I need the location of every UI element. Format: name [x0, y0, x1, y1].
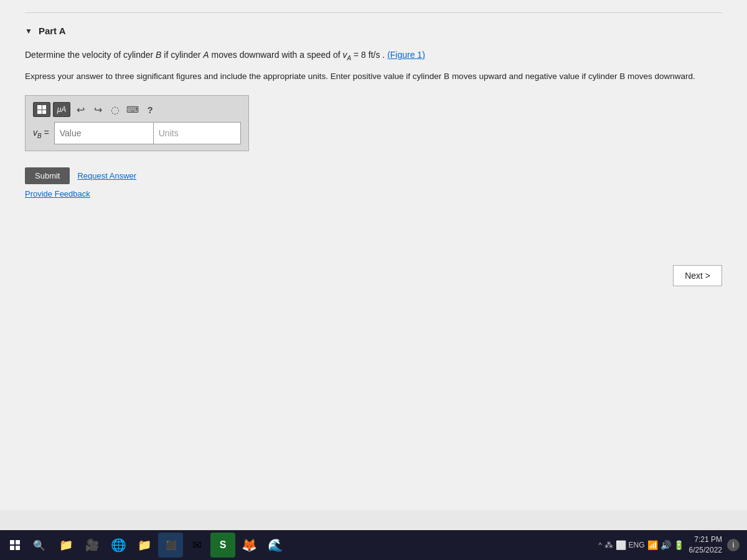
- taskbar-app-explorer[interactable]: 📁: [54, 533, 78, 558]
- provide-feedback-button[interactable]: Provide Feedback: [25, 189, 90, 198]
- system-tray-expand[interactable]: ^: [598, 541, 601, 549]
- toolbar: μA ↩ ↪ ◌ ⌨ ?: [33, 102, 241, 117]
- value-input[interactable]: [54, 122, 154, 144]
- taskbar-clock[interactable]: 7:21 PM 6/25/2022: [689, 534, 722, 556]
- clock-time: 7:21 PM: [689, 534, 722, 545]
- input-row: vB = Units: [33, 122, 241, 144]
- collapse-arrow[interactable]: ▼: [25, 27, 32, 35]
- top-divider: [25, 12, 722, 13]
- taskbar-app-chrome[interactable]: 🌐: [106, 533, 131, 558]
- figure-link[interactable]: (Figure 1): [387, 50, 425, 60]
- undo-button[interactable]: ↩: [73, 102, 88, 117]
- wifi-icon[interactable]: 📶: [647, 540, 658, 550]
- taskbar-apps: 📁 🎥 🌐 📁 ⬛ ✉ S 🦊 🌊: [54, 533, 288, 558]
- start-button[interactable]: [2, 533, 27, 558]
- mu-button[interactable]: μA: [53, 102, 70, 117]
- battery-icon[interactable]: 🔋: [674, 540, 684, 550]
- help-button[interactable]: ?: [143, 102, 157, 117]
- vb-label-wrapper: vB =: [33, 128, 54, 139]
- vb-label: vB =: [33, 128, 49, 139]
- taskbar-app-camera[interactable]: 🎥: [80, 533, 105, 558]
- units-display[interactable]: Units: [154, 122, 241, 144]
- taskbar-app-terminal[interactable]: ⬛: [158, 533, 183, 558]
- answer-container: μA ↩ ↪ ◌ ⌨ ? vB = Units: [25, 95, 249, 151]
- taskbar-app-mail[interactable]: ✉: [184, 533, 209, 558]
- taskbar-search-icon[interactable]: 🔍: [27, 533, 51, 557]
- taskbar-app-files[interactable]: 📁: [132, 533, 157, 558]
- problem-statement: Determine the velocity of cylinder B if …: [25, 49, 722, 63]
- reset-button[interactable]: ◌: [108, 102, 123, 117]
- display-icon[interactable]: ⬜: [616, 540, 626, 550]
- clock-date: 6/25/2022: [689, 545, 722, 556]
- buttons-row: Submit Request Answer: [25, 167, 722, 184]
- redo-button[interactable]: ↪: [90, 102, 105, 117]
- taskbar-right: ^ ⁂ ⬜ ENG 📶 🔊 🔋 7:21 PM 6/25/2022 i: [598, 534, 745, 556]
- language-label[interactable]: ENG: [629, 541, 645, 549]
- request-answer-button[interactable]: Request Answer: [77, 171, 136, 180]
- system-icons: ^ ⁂ ⬜ ENG 📶 🔊 🔋: [598, 540, 684, 550]
- taskbar-info-button[interactable]: i: [727, 539, 740, 551]
- taskbar: 🔍 📁 🎥 🌐 📁 ⬛ ✉ S 🦊 🌊 ^ ⁂ ⬜ ENG 📶 🔊 🔋: [0, 530, 747, 560]
- instructions-text: Express your answer to three significant…: [25, 70, 722, 83]
- part-title: Part A: [39, 26, 66, 36]
- taskbar-app-firefox[interactable]: 🦊: [237, 533, 261, 558]
- network-icon[interactable]: ⁂: [604, 540, 613, 550]
- keyboard-button[interactable]: ⌨: [125, 102, 140, 117]
- next-button[interactable]: Next >: [673, 265, 722, 286]
- taskbar-app-edge[interactable]: 🌊: [263, 533, 288, 558]
- volume-icon[interactable]: 🔊: [660, 540, 671, 550]
- submit-button[interactable]: Submit: [25, 167, 70, 184]
- taskbar-app-dollar[interactable]: S: [210, 533, 235, 558]
- main-content: ▼ Part A Determine the velocity of cylin…: [0, 0, 747, 510]
- grid-icon-button[interactable]: [33, 102, 50, 117]
- part-header: ▼ Part A: [25, 26, 722, 36]
